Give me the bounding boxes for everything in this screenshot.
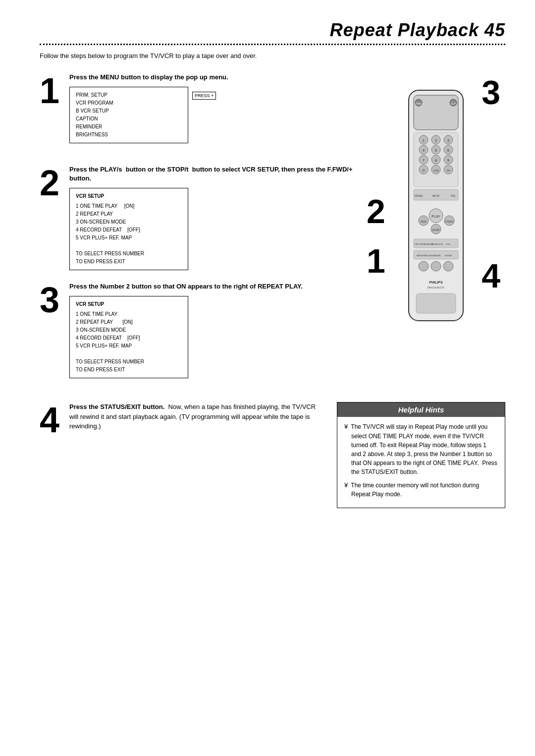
svg-text:BLANK: BLANK bbox=[434, 254, 440, 257]
svg-text:1: 1 bbox=[423, 138, 425, 143]
svg-point-54 bbox=[431, 261, 441, 271]
step-2-instruction: Press the PLAY/s button or the STOP/t bu… bbox=[69, 165, 357, 183]
svg-text:9: 9 bbox=[447, 158, 450, 163]
page-header: Repeat Playback 45 bbox=[40, 20, 505, 41]
remote-with-numbers: 3 2 1 4 PWR SLP bbox=[372, 73, 500, 326]
dotted-rule bbox=[40, 44, 505, 45]
step-2-block: 2 Press the PLAY/s button or the STOP/t … bbox=[40, 165, 357, 278]
helpful-hints-box: Helpful Hints ¥ The TV/VCR will stay in … bbox=[337, 402, 505, 508]
bottom-section: 4 Press the STATUS/EXIT button. Now, whe… bbox=[40, 402, 505, 508]
remote-step-2: 2 bbox=[367, 192, 385, 231]
step-1-content: Press the MENU button to display the pop… bbox=[69, 73, 357, 161]
step-4-number: 4 bbox=[40, 402, 69, 440]
left-content: 1 Press the MENU button to display the p… bbox=[40, 73, 367, 391]
svg-text:8: 8 bbox=[435, 158, 437, 163]
step-4-bold: Press the STATUS/EXIT button. bbox=[69, 403, 164, 410]
svg-text:STOP: STOP bbox=[432, 229, 440, 232]
hint-item-1: ¥ The TV/VCR will stay in Repeat Play mo… bbox=[344, 422, 498, 476]
step-1-number: 1 bbox=[40, 73, 69, 111]
helpful-hints-body: ¥ The TV/VCR will stay in Repeat Play mo… bbox=[337, 417, 505, 508]
svg-text:3: 3 bbox=[447, 138, 450, 143]
svg-text:6: 6 bbox=[447, 148, 450, 153]
remote-control-svg: PWR SLP 1 2 3 4 bbox=[401, 88, 471, 326]
step-1-screen-wrapper: PRIM. SETUP VCR PROGRAM B VCR SETUP CAPT… bbox=[69, 87, 357, 153]
step-2-number: 2 bbox=[40, 165, 69, 203]
step-3-instruction: Press the Number 2 button so that ON app… bbox=[69, 282, 357, 291]
step-1-screen: PRIM. SETUP VCR PROGRAM B VCR SETUP CAPT… bbox=[69, 87, 188, 143]
svg-text:0: 0 bbox=[423, 168, 425, 173]
helpful-hints-header: Helpful Hints bbox=[337, 403, 505, 417]
svg-text:VOL: VOL bbox=[451, 194, 456, 197]
svg-text:SPEED: SPEED bbox=[415, 194, 423, 197]
svg-text:PLAY: PLAY bbox=[431, 215, 440, 218]
svg-rect-58 bbox=[416, 293, 456, 313]
svg-text:SLP: SLP bbox=[451, 102, 456, 105]
hint-symbol-1: ¥ bbox=[344, 423, 348, 430]
svg-text:PWR: PWR bbox=[416, 102, 422, 105]
svg-text:5: 5 bbox=[435, 148, 437, 153]
step-2-content: Press the PLAY/s button or the STOP/t bu… bbox=[69, 165, 357, 278]
main-layout: 1 Press the MENU button to display the p… bbox=[40, 73, 505, 391]
svg-text:+100: +100 bbox=[433, 169, 438, 172]
svg-text:PAUSE/STILL: PAUSE/STILL bbox=[431, 243, 444, 245]
svg-text:STATUS/EXIT: STATUS/EXIT bbox=[422, 254, 435, 257]
svg-text:MENU: MENU bbox=[417, 254, 423, 257]
step-2-screen: VCR SETUP 1 ONE TIME PLAY [ON] 2 REPEAT … bbox=[69, 188, 188, 270]
svg-text:MAGNAVOX: MAGNAVOX bbox=[428, 286, 444, 289]
press-plus-label: PRESS + bbox=[192, 92, 216, 100]
svg-text:REW: REW bbox=[421, 220, 427, 223]
svg-point-55 bbox=[443, 261, 453, 271]
step-4-row: 4 Press the STATUS/EXIT button. Now, whe… bbox=[40, 402, 322, 440]
svg-text:CH: CH bbox=[446, 169, 450, 172]
svg-text:2: 2 bbox=[435, 138, 437, 143]
svg-text:4: 4 bbox=[423, 148, 425, 153]
helpful-hints-title: Helpful Hints bbox=[398, 406, 444, 414]
step-3-content: Press the Number 2 button so that ON app… bbox=[69, 282, 357, 386]
step-1-instruction: Press the MENU button to display the pop… bbox=[69, 73, 357, 82]
title-text: Repeat Playback bbox=[330, 20, 479, 40]
svg-text:7: 7 bbox=[423, 158, 425, 163]
svg-point-53 bbox=[419, 261, 428, 271]
hint-item-2: ¥ The time counter memory will not funct… bbox=[344, 480, 498, 499]
step-3-number: 3 bbox=[40, 282, 69, 320]
remote-step-3: 3 bbox=[482, 73, 500, 112]
right-remote: 3 2 1 4 PWR SLP bbox=[367, 73, 505, 391]
svg-text:PHILIPS: PHILIPS bbox=[429, 281, 443, 284]
step-3-block: 3 Press the Number 2 button so that ON a… bbox=[40, 282, 357, 386]
svg-text:VCR+: VCR+ bbox=[446, 243, 451, 245]
svg-text:SOUND: SOUND bbox=[445, 254, 452, 257]
page-container: Repeat Playback 45 Follow the steps belo… bbox=[0, 0, 535, 756]
step-4-block: 4 Press the STATUS/EXIT button. Now, whe… bbox=[40, 402, 322, 508]
page-title: Repeat Playback 45 bbox=[330, 20, 505, 41]
step-4-instruction: Press the STATUS/EXIT button. Now, when … bbox=[69, 402, 322, 431]
page-number: 45 bbox=[484, 20, 505, 40]
step-3-screen: VCR SETUP 1 ONE TIME PLAY 2 REPEAT PLAY … bbox=[69, 296, 188, 378]
svg-text:F.FWD+: F.FWD+ bbox=[445, 220, 454, 223]
hint-symbol-2: ¥ bbox=[344, 481, 348, 489]
remote-step-1: 1 bbox=[367, 241, 385, 280]
step-1-block: 1 Press the MENU button to display the p… bbox=[40, 73, 357, 161]
svg-text:RECORD: RECORD bbox=[415, 243, 424, 245]
intro-text: Follow the steps below to program the TV… bbox=[40, 51, 505, 61]
svg-text:MUTE: MUTE bbox=[432, 194, 440, 197]
remote-step-4: 4 bbox=[482, 256, 500, 295]
step-4-content: Press the STATUS/EXIT button. Now, when … bbox=[69, 402, 322, 436]
